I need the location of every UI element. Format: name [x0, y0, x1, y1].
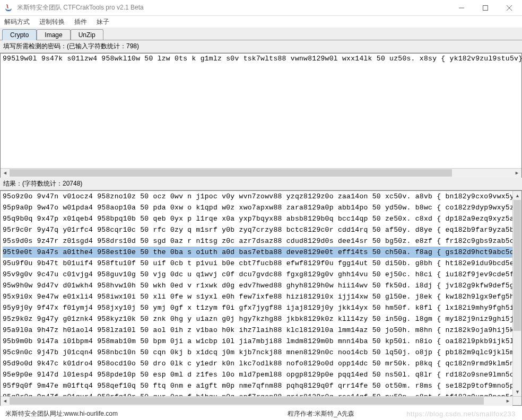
output-line[interactable]: 95y9j0y 9f47x f01ymj4 958jxy10j 50 ymj 0… [3, 302, 519, 313]
output-line[interactable]: 95u9f0u 9b47t b01uif4 958ftu10f 50 uif 0… [3, 258, 519, 269]
output-line[interactable]: 95a9l0a 9h47z h01aol4 958lza10l 50 aol 0… [3, 325, 519, 336]
output-textarea[interactable]: 95o9z0o 9v47n v01ocz4 958zno10z 50 ocz 0… [1, 191, 521, 405]
output-line[interactable]: 95w9h0w 9d47v d01wkh4 958hvw10h 50 wkh 0… [3, 280, 519, 291]
output-hscroll-track[interactable] [10, 397, 503, 406]
output-hscroll-thumb[interactable] [10, 397, 484, 405]
menu-radix[interactable]: 进制转换 [39, 18, 65, 27]
output-line[interactable]: 95e9p0e 9l47d l01esp4 958pde10p 50 esp 0… [3, 369, 519, 380]
input-label: 填写所需检测的密码：(已输入字符数统计：798) [0, 40, 522, 53]
input-textarea-wrap: 995l9w0l 9s47k s01lzw4 958wkl10w 50 lzw … [0, 53, 522, 178]
output-line[interactable]: 95f9q0f 9m47e m01ftq4 958qef10q 50 ftq 0… [3, 380, 519, 391]
output-line[interactable]: 95x9i0x 9e47w e01xli4 958iwx10i 50 xli 0… [3, 291, 519, 302]
input-hscrollbar[interactable]: ◄ ► [1, 168, 521, 177]
footer-site: 米斯特安全团队网址:www.hi-ourlife.com [5, 409, 234, 418]
output-line[interactable]: 95b9m0b 9i47a i01bpm4 958mab10m 50 bpm 0… [3, 336, 519, 347]
menu-girl[interactable]: 妹子 [97, 18, 109, 27]
scroll-left-icon[interactable]: ◄ [1, 397, 10, 406]
close-button[interactable] [497, 0, 521, 16]
output-label: 结果：(字符数统计：20748) [0, 178, 522, 190]
output-hscrollbar[interactable]: ◄ ► [1, 396, 512, 405]
menu-decode[interactable]: 解码方式 [4, 18, 30, 27]
input-hscroll-thumb[interactable] [10, 169, 452, 177]
scroll-left-icon[interactable]: ◄ [1, 169, 10, 178]
scroll-right-icon[interactable]: ► [512, 169, 521, 178]
window-title: 米斯特安全团队 CTFCrakTools pro v2.1 Beta [17, 3, 449, 12]
output-line[interactable]: 95q9b0q 9x47p x01qeb4 958bpq10b 50 qeb 0… [3, 213, 519, 224]
output-line[interactable]: 95c9n0c 9j47b j01cqn4 958nbc10n 50 cqn 0… [3, 347, 519, 358]
output-textarea-wrap: 95o9z0o 9v47n v01ocz4 958zno10z 50 ocz 0… [0, 190, 522, 406]
scroll-right-icon[interactable]: ► [503, 397, 512, 406]
watermark: https://blog.csdn.net/smallfox233 [406, 410, 516, 418]
scroll-up-icon[interactable]: ▲ [513, 191, 522, 200]
output-vscroll-thumb[interactable] [514, 200, 521, 331]
input-textarea[interactable]: 995l9w0l 9s47k s01lzw4 958wkl10w 50 lzw … [1, 54, 521, 168]
output-line[interactable]: 95t9e0t 9a47s a01the4 958est10e 50 the 0… [3, 247, 519, 258]
output-line[interactable]: 95v9g0v 9c47u c01vjg4 958guv10g 50 vjg 0… [3, 269, 519, 280]
svg-rect-1 [483, 5, 488, 10]
output-line[interactable]: 95z9k0z 9g47y g01znk4 958kyz10k 50 znk 0… [3, 313, 519, 325]
minimize-button[interactable] [449, 0, 473, 16]
output-line[interactable]: 95s9d0s 9z47r z01sgd4 958drs10d 50 sgd 0… [3, 235, 519, 247]
output-line[interactable]: 95d9o0d 9k47c k01dro4 958ocd10o 50 dro 0… [3, 358, 519, 369]
tab-unzip[interactable]: UnZip [71, 29, 103, 40]
maximize-button[interactable] [473, 0, 497, 16]
output-vscroll-track[interactable] [513, 200, 521, 387]
output-line[interactable]: 95p9a0p 9w47o w01pda4 958aop10a 50 pda 0… [3, 202, 519, 213]
output-line[interactable]: 95r9c0r 9y47q y01rfc4 958cqr10c 50 rfc 0… [3, 224, 519, 235]
tab-image[interactable]: Image [37, 29, 70, 40]
output-vscrollbar[interactable]: ▲ ▼ [512, 191, 521, 396]
input-hscroll-track[interactable] [10, 169, 512, 178]
scroll-corner [512, 396, 521, 405]
scroll-down-icon[interactable]: ▼ [513, 387, 522, 396]
java-app-icon [4, 4, 13, 12]
tab-crypto[interactable]: Crypto [2, 29, 37, 40]
menubar: 解码方式 进制转换 插件 妹子 [0, 16, 522, 28]
tabbar: Crypto Image UnZip [0, 28, 522, 40]
menu-plugins[interactable]: 插件 [74, 18, 87, 27]
window-titlebar: 米斯特安全团队 CTFCrakTools pro v2.1 Beta [0, 0, 522, 16]
output-line[interactable]: 95o9z0o 9v47n v01ocz4 958zno10z 50 ocz 0… [3, 191, 519, 202]
